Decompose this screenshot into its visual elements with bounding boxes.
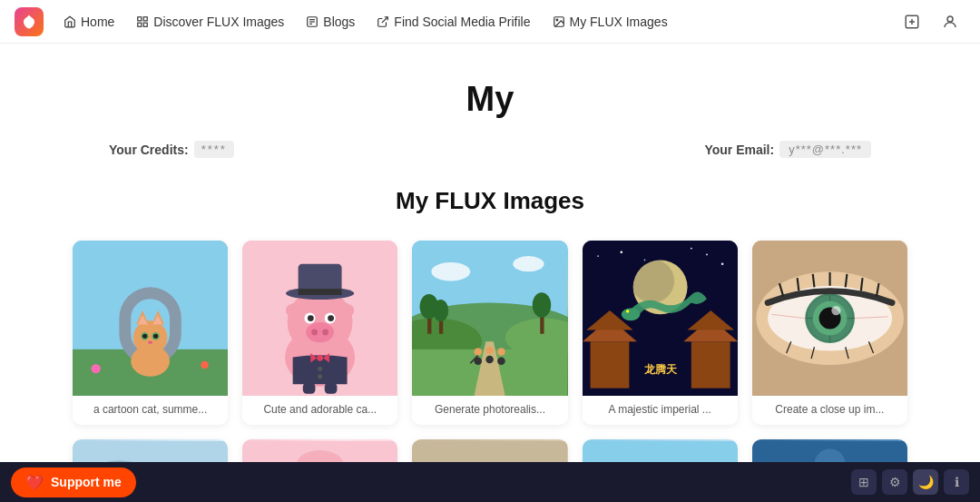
- svg-point-89: [621, 308, 640, 320]
- image-caption-2: Cute and adorable ca...: [242, 396, 397, 425]
- svg-point-55: [432, 262, 471, 281]
- credits-label: Your Credits:: [109, 143, 189, 157]
- email-info: Your Email: y***@***.***: [704, 141, 871, 158]
- image-caption-3: Generate photorealis...: [412, 396, 567, 425]
- svg-rect-83: [590, 341, 629, 388]
- credits-value: ****: [194, 141, 234, 158]
- page-title: My: [73, 80, 907, 119]
- info-icon-button[interactable]: ℹ: [944, 469, 969, 495]
- svg-point-71: [486, 346, 495, 354]
- flux-images-section-title: My FLUX Images: [73, 187, 907, 215]
- image-card-1[interactable]: a cartoon cat, summe...: [73, 241, 228, 425]
- svg-point-29: [148, 340, 152, 343]
- svg-point-79: [720, 262, 723, 265]
- svg-rect-2: [138, 23, 142, 26]
- app-logo[interactable]: [15, 7, 44, 36]
- main-content: My Your Credits: **** Your Email: y***@*…: [0, 44, 980, 489]
- svg-point-66: [533, 292, 552, 317]
- svg-point-44: [306, 322, 334, 342]
- svg-point-78: [706, 254, 708, 256]
- svg-line-8: [382, 16, 387, 22]
- svg-rect-86: [691, 341, 730, 388]
- grid-icon-button[interactable]: ⊞: [851, 469, 877, 495]
- svg-point-43: [328, 315, 334, 321]
- image-card-4[interactable]: 龙腾天 A majestic imperial ...: [583, 241, 738, 425]
- svg-point-68: [475, 348, 483, 356]
- page-title-section: My: [73, 44, 907, 141]
- nav-home[interactable]: Home: [54, 9, 123, 34]
- svg-rect-3: [144, 23, 148, 26]
- moon-icon-button[interactable]: 🌙: [913, 469, 938, 495]
- svg-rect-1: [144, 16, 148, 20]
- svg-point-76: [620, 251, 622, 254]
- svg-point-45: [311, 330, 318, 336]
- image-card-5[interactable]: Create a close up im...: [752, 241, 907, 425]
- svg-point-56: [514, 256, 544, 271]
- svg-rect-52: [303, 383, 316, 394]
- svg-point-73: [498, 348, 506, 356]
- svg-text:龙腾天: 龙腾天: [642, 363, 677, 376]
- navbar: Home Discover FLUX Images Blogs Find Soc…: [0, 0, 980, 44]
- svg-point-38: [286, 302, 308, 318]
- settings-icon-button[interactable]: ⚙: [882, 469, 907, 495]
- svg-point-39: [332, 302, 354, 318]
- support-me-label: Support me: [51, 475, 122, 489]
- svg-point-49: [317, 355, 323, 361]
- bottom-right-icons: ⊞ ⚙ 🌙 ℹ: [851, 469, 969, 495]
- svg-point-82: [631, 260, 674, 303]
- image-caption-4: A majestic imperial ...: [583, 396, 738, 425]
- nav-social[interactable]: Find Social Media Prifile: [368, 9, 539, 34]
- svg-point-50: [318, 367, 322, 371]
- svg-point-64: [434, 300, 449, 321]
- image-card-2[interactable]: Cute and adorable ca...: [242, 241, 397, 425]
- svg-point-10: [556, 19, 558, 21]
- nav-my-flux[interactable]: My FLUX Images: [544, 9, 677, 34]
- email-value: y***@***.***: [779, 141, 871, 158]
- svg-point-20: [133, 320, 168, 355]
- svg-point-103: [831, 306, 840, 315]
- svg-point-42: [308, 315, 314, 321]
- bottom-bar: ❤️ Support me ⊞ ⚙ 🌙 ℹ: [0, 462, 980, 502]
- nav-blogs[interactable]: Blogs: [297, 9, 364, 34]
- image-grid-row1: a cartoon cat, summe...: [73, 241, 907, 425]
- nav-discover[interactable]: Discover FLUX Images: [127, 9, 293, 34]
- svg-point-14: [947, 16, 953, 22]
- email-label: Your Email:: [704, 143, 774, 157]
- svg-point-51: [318, 374, 322, 379]
- svg-point-80: [691, 248, 692, 250]
- support-icon: ❤️: [25, 474, 44, 491]
- credits-info: Your Credits: ****: [109, 141, 234, 158]
- image-caption-1: a cartoon cat, summe...: [73, 396, 228, 425]
- svg-point-31: [201, 361, 209, 369]
- svg-point-46: [322, 330, 328, 336]
- support-me-button[interactable]: ❤️ Support me: [11, 468, 136, 497]
- svg-point-75: [597, 255, 599, 257]
- user-info-row: Your Credits: **** Your Email: y***@***.…: [73, 141, 907, 187]
- svg-rect-37: [299, 289, 342, 295]
- svg-point-27: [142, 334, 147, 339]
- create-image-button[interactable]: [897, 6, 927, 37]
- svg-point-30: [92, 364, 101, 373]
- svg-rect-53: [325, 383, 338, 394]
- image-caption-5: Create a close up im...: [752, 396, 907, 425]
- svg-rect-0: [138, 16, 142, 20]
- svg-point-72: [498, 357, 506, 365]
- svg-point-90: [626, 310, 629, 312]
- svg-point-28: [153, 334, 158, 339]
- user-profile-button[interactable]: [935, 6, 965, 37]
- image-card-3[interactable]: Generate photorealis...: [412, 241, 567, 425]
- svg-point-70: [486, 356, 495, 364]
